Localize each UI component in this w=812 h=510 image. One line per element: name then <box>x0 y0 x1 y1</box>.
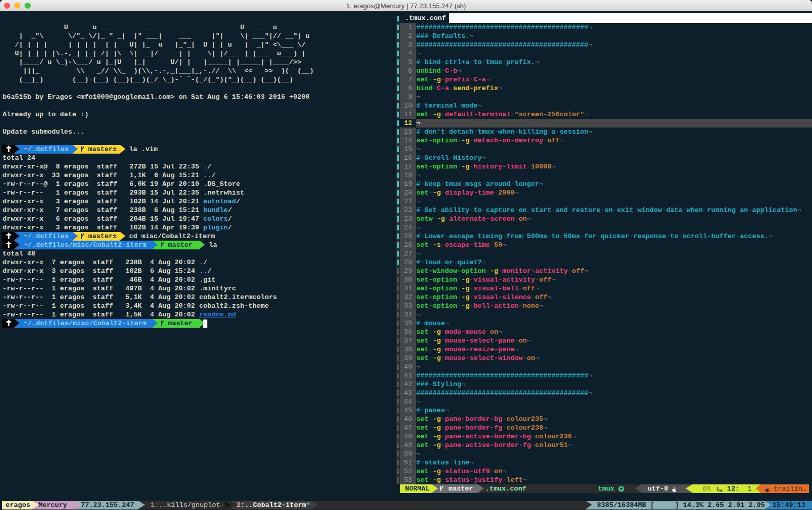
svg-text:N: N <box>719 488 722 493</box>
